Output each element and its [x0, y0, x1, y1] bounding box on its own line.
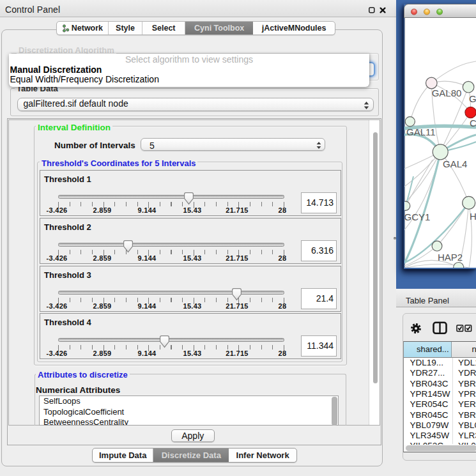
svg-text:GAL11: GAL11: [406, 127, 436, 137]
svg-text:H: H: [470, 211, 476, 222]
svg-text:GAL4: GAL4: [443, 158, 467, 169]
svg-text:C: C: [470, 118, 476, 128]
svg-text:HAP2: HAP2: [438, 252, 463, 263]
svg-text:GCY1: GCY1: [404, 211, 430, 222]
svg-text:GA: GA: [469, 93, 476, 104]
svg-text:GAL80: GAL80: [432, 88, 462, 98]
